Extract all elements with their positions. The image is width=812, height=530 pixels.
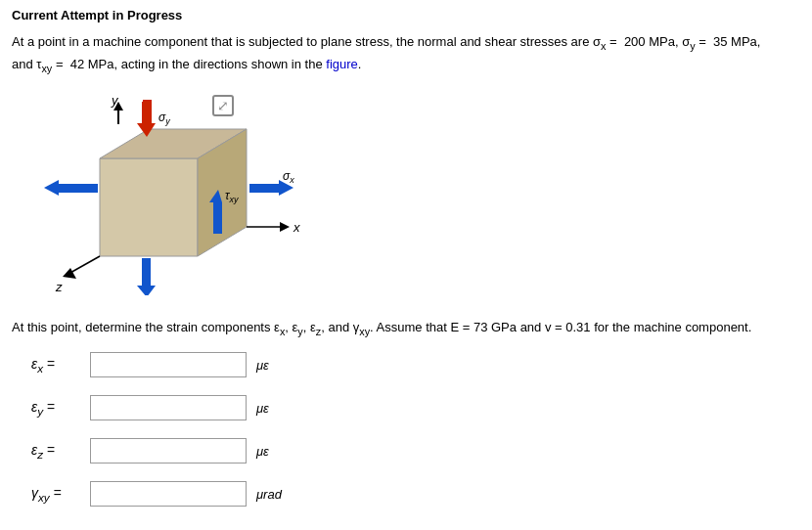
svg-text:σy: σy — [158, 110, 170, 126]
input-ez[interactable] — [90, 438, 247, 464]
input-ex[interactable] — [90, 352, 247, 377]
input-row-gxy: γxy = μrad — [31, 481, 800, 507]
label-gxy: γxy = — [31, 485, 90, 504]
unit-ey: με — [256, 401, 269, 416]
input-row-ey: εy = με — [31, 395, 800, 420]
label-ez: εz = — [31, 442, 90, 461]
title-bar: Current Attempt in Progress — [12, 8, 800, 22]
page-title: Current Attempt in Progress — [12, 8, 182, 22]
svg-text:σx: σx — [283, 169, 294, 185]
svg-rect-14 — [249, 184, 279, 193]
svg-marker-18 — [44, 180, 59, 196]
input-group: εx = με εy = με εz = με γxy = μrad — [12, 352, 800, 507]
input-ey[interactable] — [90, 395, 247, 420]
question-text: At this point, determine the strain comp… — [12, 320, 775, 337]
input-row-ex: εx = με — [31, 352, 800, 377]
unit-ex: με — [256, 358, 269, 373]
svg-marker-23 — [137, 286, 156, 295]
input-gxy[interactable] — [90, 481, 247, 507]
unit-gxy: μrad — [256, 487, 282, 502]
svg-rect-17 — [59, 184, 98, 193]
svg-text:z: z — [55, 280, 63, 294]
svg-rect-19 — [213, 202, 222, 234]
svg-marker-4 — [63, 268, 76, 279]
svg-text:x: x — [293, 220, 300, 235]
svg-rect-22 — [142, 258, 151, 286]
label-ey: εy = — [31, 399, 90, 418]
problem-statement: At a point in a machine component that i… — [12, 32, 775, 77]
unit-ez: με — [256, 444, 269, 459]
cube-figure: z x σy σx τxy — [41, 100, 354, 295]
svg-line-3 — [68, 256, 100, 274]
figure-container: ⤢ y z x σy σx — [22, 85, 393, 310]
label-ex: εx = — [31, 356, 90, 375]
svg-rect-11 — [143, 100, 152, 123]
svg-marker-0 — [100, 158, 198, 256]
svg-marker-7 — [280, 222, 290, 232]
input-row-ez: εz = με — [31, 438, 800, 464]
